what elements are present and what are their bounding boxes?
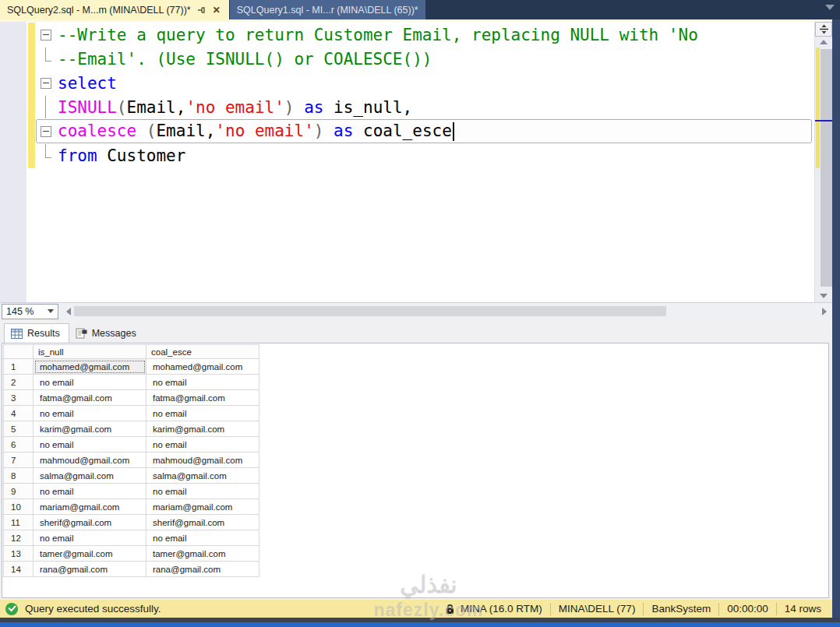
triangle-up-icon (820, 40, 828, 44)
grid-cell[interactable]: no email (146, 484, 259, 499)
code-line[interactable]: ISNULL(Email,'no email') as is_null, (36, 95, 812, 119)
grid-cell[interactable]: sherif@gmail.com (34, 515, 146, 530)
chevron-down-icon[interactable] (825, 5, 835, 10)
caret-position-marker (815, 120, 832, 122)
grid-cell[interactable]: no email (146, 375, 259, 390)
outline-margin[interactable] (37, 72, 58, 94)
collapse-minus-icon[interactable] (41, 126, 51, 137)
grid-cell[interactable]: fatma@gmail.com (146, 390, 259, 406)
grid-cell[interactable]: no email (34, 375, 146, 390)
grid-cell[interactable]: fatma@gmail.com (34, 390, 146, 406)
grid-cell[interactable]: no email (146, 406, 259, 421)
table-row: 6no emailno email (4, 437, 259, 453)
row-number-cell[interactable]: 12 (4, 530, 34, 546)
scroll-down-arrow[interactable] (815, 291, 832, 301)
row-number-cell[interactable]: 4 (4, 406, 34, 421)
code-lines[interactable]: --Write a query to return Customer Email… (36, 23, 812, 167)
grid-cell[interactable]: rana@gmail.com (146, 562, 259, 577)
code-line[interactable]: --Write a query to return Customer Email… (36, 23, 812, 47)
row-number-cell[interactable]: 2 (4, 375, 34, 390)
query-status: Query executed successfully. (0, 603, 437, 615)
zoom-select[interactable]: 145 % (2, 304, 58, 319)
grid-cell[interactable]: mohamed@gmail.com (34, 359, 146, 375)
grid-cell[interactable]: mariam@gmail.com (146, 499, 259, 515)
grid-column-header[interactable]: coal_esce (146, 345, 259, 359)
grid-cell[interactable]: karim@gmail.com (146, 421, 259, 437)
splitter-handle-icon[interactable] (815, 22, 832, 37)
code-line[interactable]: coalesce (Email,'no email') as coal_esce (36, 119, 812, 143)
scroll-left-arrow[interactable] (63, 308, 74, 315)
horizontal-scrollbar[interactable] (63, 305, 830, 318)
row-number-cell[interactable]: 1 (4, 359, 34, 375)
code-line[interactable]: --Email'. (Use ISNULL() or COALESCE()) (36, 47, 812, 71)
row-number-cell[interactable]: 13 (4, 546, 34, 562)
grid-cell[interactable]: no email (34, 530, 146, 546)
table-row: 11sherif@gmail.comsherif@gmail.com (4, 515, 259, 530)
tab-messages[interactable]: Messages (69, 323, 145, 343)
table-row: 3fatma@gmail.comfatma@gmail.com (4, 390, 259, 406)
scrollbar-track[interactable] (815, 48, 832, 290)
grid-icon (11, 329, 23, 339)
grid-body: 1mohamed@gmail.commohamed@gmail.com2no e… (4, 359, 259, 577)
grid-corner-cell[interactable] (4, 345, 34, 359)
code-text: from Customer (58, 146, 185, 165)
grid-cell[interactable]: rana@gmail.com (34, 562, 146, 577)
row-number-cell[interactable]: 9 (4, 484, 34, 499)
row-number-cell[interactable]: 10 (4, 499, 34, 515)
grid-cell[interactable]: tamer@gmail.com (146, 546, 259, 562)
grid-cell[interactable]: mohamed@gmail.com (146, 359, 259, 375)
grid-cell[interactable]: karim@gmail.com (34, 421, 146, 437)
code-line[interactable]: from Customer (36, 143, 812, 167)
success-check-icon (5, 603, 18, 615)
collapse-minus-icon[interactable] (41, 30, 51, 41)
scroll-up-arrow[interactable] (815, 37, 832, 48)
grid-cell[interactable]: mahmoud@gmail.com (34, 453, 146, 468)
grid-cell[interactable]: no email (34, 484, 146, 499)
scroll-right-arrow[interactable] (819, 308, 830, 315)
outline-margin (37, 48, 58, 70)
grid-column-header[interactable]: is_null (34, 345, 146, 359)
scrollbar-track[interactable] (74, 305, 819, 317)
results-area: is_nullcoal_esce 1mohamed@gmail.commoham… (0, 343, 832, 600)
close-icon[interactable]: ✕ (211, 5, 222, 16)
row-number-cell[interactable]: 7 (4, 453, 34, 468)
grid-cell[interactable]: sherif@gmail.com (146, 515, 259, 530)
grid-cell[interactable]: mariam@gmail.com (34, 499, 146, 515)
grid-cell[interactable]: no email (146, 530, 259, 546)
pin-icon[interactable] (196, 5, 206, 15)
row-number-cell[interactable]: 3 (4, 390, 34, 406)
grid-cell[interactable]: tamer@gmail.com (34, 546, 146, 562)
results-grid[interactable]: is_nullcoal_esce 1mohamed@gmail.commoham… (3, 344, 259, 577)
tab-label: SQLQuery2.sql - M...m (MINA\DELL (77))* (7, 5, 191, 16)
results-tab-strip: Results Messages (0, 319, 832, 343)
row-number-cell[interactable]: 11 (4, 515, 34, 530)
grid-cell[interactable]: mahmoud@gmail.com (146, 453, 259, 468)
grid-cell[interactable]: no email (34, 406, 146, 421)
tab-label: Messages (92, 328, 136, 339)
scrollbar-thumb[interactable] (74, 306, 666, 316)
grid-cell[interactable]: salma@gmail.com (34, 468, 146, 484)
row-number-cell[interactable]: 6 (4, 437, 34, 453)
row-number-cell[interactable]: 5 (4, 421, 34, 437)
table-row: 9no emailno email (4, 484, 259, 499)
outline-margin[interactable] (37, 23, 58, 46)
row-number-cell[interactable]: 14 (4, 562, 34, 577)
grid-cell[interactable]: no email (34, 437, 146, 453)
row-number-cell[interactable]: 8 (4, 468, 34, 484)
tab-sqlquery2[interactable]: SQLQuery2.sql - M...m (MINA\DELL (77))* … (0, 0, 229, 19)
tab-label: Results (27, 328, 60, 339)
status-message: Query executed successfully. (25, 603, 161, 615)
scrollbar-thumb[interactable] (821, 49, 832, 287)
tab-sqlquery1[interactable]: SQLQuery1.sql - MI...r (MINA\DELL (65))* (230, 0, 425, 19)
tab-results[interactable]: Results (4, 323, 69, 343)
triangle-down-icon (820, 294, 828, 298)
outline-margin[interactable] (37, 120, 58, 143)
zoom-value: 145 % (6, 306, 34, 317)
grid-cell[interactable]: salma@gmail.com (146, 468, 259, 484)
indicator-margin (0, 22, 26, 302)
collapse-minus-icon[interactable] (41, 78, 51, 89)
code-line[interactable]: select (36, 71, 812, 95)
sql-editor[interactable]: --Write a query to return Customer Email… (0, 22, 832, 302)
vertical-scrollbar[interactable] (814, 22, 832, 302)
grid-cell[interactable]: no email (146, 437, 259, 453)
